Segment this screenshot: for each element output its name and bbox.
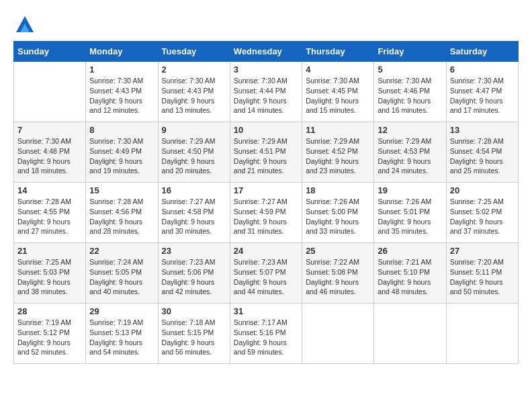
calendar-cell: 12Sunrise: 7:29 AM Sunset: 4:53 PM Dayli… xyxy=(374,122,446,183)
day-info: Sunrise: 7:27 AM Sunset: 4:58 PM Dayligh… xyxy=(162,197,226,236)
calendar-table: SundayMondayTuesdayWednesdayThursdayFrid… xyxy=(13,41,519,364)
calendar-cell: 9Sunrise: 7:29 AM Sunset: 4:50 PM Daylig… xyxy=(158,122,230,183)
day-number: 30 xyxy=(162,306,226,316)
day-info: Sunrise: 7:25 AM Sunset: 5:03 PM Dayligh… xyxy=(17,257,82,297)
calendar-cell xyxy=(374,304,446,364)
calendar-cell: 29Sunrise: 7:19 AM Sunset: 5:13 PM Dayli… xyxy=(86,304,158,364)
day-number: 18 xyxy=(306,185,370,195)
day-number: 5 xyxy=(378,64,442,75)
week-row-1: 1Sunrise: 7:30 AM Sunset: 4:43 PM Daylig… xyxy=(14,62,519,122)
calendar-cell: 18Sunrise: 7:26 AM Sunset: 5:00 PM Dayli… xyxy=(302,183,374,243)
calendar-cell: 26Sunrise: 7:21 AM Sunset: 5:10 PM Dayli… xyxy=(374,243,446,304)
calendar-cell: 25Sunrise: 7:22 AM Sunset: 5:08 PM Dayli… xyxy=(302,243,374,304)
calendar-cell: 20Sunrise: 7:25 AM Sunset: 5:02 PM Dayli… xyxy=(446,183,518,243)
day-number: 23 xyxy=(162,246,226,256)
day-info: Sunrise: 7:28 AM Sunset: 4:55 PM Dayligh… xyxy=(17,197,82,236)
day-number: 6 xyxy=(450,64,515,75)
calendar-cell: 28Sunrise: 7:19 AM Sunset: 5:12 PM Dayli… xyxy=(14,304,86,364)
calendar-cell: 14Sunrise: 7:28 AM Sunset: 4:55 PM Dayli… xyxy=(14,183,86,243)
day-info: Sunrise: 7:28 AM Sunset: 4:56 PM Dayligh… xyxy=(89,197,154,236)
day-info: Sunrise: 7:30 AM Sunset: 4:46 PM Dayligh… xyxy=(378,76,442,116)
day-info: Sunrise: 7:19 AM Sunset: 5:13 PM Dayligh… xyxy=(89,318,154,357)
day-info: Sunrise: 7:17 AM Sunset: 5:16 PM Dayligh… xyxy=(234,318,298,357)
page-header xyxy=(13,13,519,34)
day-number: 17 xyxy=(234,185,298,195)
day-info: Sunrise: 7:27 AM Sunset: 4:59 PM Dayligh… xyxy=(234,197,298,236)
day-info: Sunrise: 7:23 AM Sunset: 5:07 PM Dayligh… xyxy=(234,257,298,297)
day-info: Sunrise: 7:20 AM Sunset: 5:11 PM Dayligh… xyxy=(450,257,515,297)
day-info: Sunrise: 7:26 AM Sunset: 5:00 PM Dayligh… xyxy=(306,197,370,236)
week-row-2: 7Sunrise: 7:30 AM Sunset: 4:48 PM Daylig… xyxy=(14,122,519,183)
calendar-header-row: SundayMondayTuesdayWednesdayThursdayFrid… xyxy=(14,42,519,62)
day-info: Sunrise: 7:30 AM Sunset: 4:44 PM Dayligh… xyxy=(234,76,298,116)
day-number: 19 xyxy=(378,185,442,195)
calendar-cell: 6Sunrise: 7:30 AM Sunset: 4:47 PM Daylig… xyxy=(446,62,518,122)
day-info: Sunrise: 7:30 AM Sunset: 4:49 PM Dayligh… xyxy=(89,136,154,176)
day-info: Sunrise: 7:29 AM Sunset: 4:50 PM Dayligh… xyxy=(162,136,226,176)
day-info: Sunrise: 7:30 AM Sunset: 4:43 PM Dayligh… xyxy=(162,76,226,116)
col-header-tuesday: Tuesday xyxy=(158,42,230,62)
day-number: 24 xyxy=(234,246,298,256)
col-header-wednesday: Wednesday xyxy=(230,42,302,62)
calendar-cell: 3Sunrise: 7:30 AM Sunset: 4:44 PM Daylig… xyxy=(230,62,302,122)
day-number: 7 xyxy=(17,125,82,135)
calendar-cell: 15Sunrise: 7:28 AM Sunset: 4:56 PM Dayli… xyxy=(86,183,158,243)
day-info: Sunrise: 7:23 AM Sunset: 5:06 PM Dayligh… xyxy=(162,257,226,297)
day-info: Sunrise: 7:30 AM Sunset: 4:43 PM Dayligh… xyxy=(89,76,154,116)
day-number: 16 xyxy=(162,185,226,195)
day-info: Sunrise: 7:19 AM Sunset: 5:12 PM Dayligh… xyxy=(17,318,82,357)
day-number: 8 xyxy=(89,125,154,135)
day-info: Sunrise: 7:29 AM Sunset: 4:52 PM Dayligh… xyxy=(306,136,370,176)
calendar-cell: 17Sunrise: 7:27 AM Sunset: 4:59 PM Dayli… xyxy=(230,183,302,243)
day-info: Sunrise: 7:29 AM Sunset: 4:53 PM Dayligh… xyxy=(378,136,442,176)
day-info: Sunrise: 7:18 AM Sunset: 5:15 PM Dayligh… xyxy=(162,318,226,357)
day-number: 22 xyxy=(89,246,154,256)
day-number: 15 xyxy=(89,185,154,195)
day-number: 9 xyxy=(162,125,226,135)
day-info: Sunrise: 7:30 AM Sunset: 4:45 PM Dayligh… xyxy=(306,76,370,116)
day-info: Sunrise: 7:30 AM Sunset: 4:47 PM Dayligh… xyxy=(450,76,515,116)
logo xyxy=(13,13,35,34)
day-number: 10 xyxy=(234,125,298,135)
calendar-cell xyxy=(302,304,374,364)
calendar-cell: 24Sunrise: 7:23 AM Sunset: 5:07 PM Dayli… xyxy=(230,243,302,304)
day-number: 2 xyxy=(162,64,226,75)
calendar-cell: 1Sunrise: 7:30 AM Sunset: 4:43 PM Daylig… xyxy=(86,62,158,122)
col-header-friday: Friday xyxy=(374,42,446,62)
day-info: Sunrise: 7:26 AM Sunset: 5:01 PM Dayligh… xyxy=(378,197,442,236)
day-info: Sunrise: 7:22 AM Sunset: 5:08 PM Dayligh… xyxy=(306,257,370,297)
day-number: 26 xyxy=(378,246,442,256)
calendar-cell: 27Sunrise: 7:20 AM Sunset: 5:11 PM Dayli… xyxy=(446,243,518,304)
calendar-cell: 19Sunrise: 7:26 AM Sunset: 5:01 PM Dayli… xyxy=(374,183,446,243)
day-number: 21 xyxy=(17,246,82,256)
day-number: 3 xyxy=(234,64,298,75)
calendar-cell: 21Sunrise: 7:25 AM Sunset: 5:03 PM Dayli… xyxy=(14,243,86,304)
col-header-saturday: Saturday xyxy=(446,42,518,62)
week-row-4: 21Sunrise: 7:25 AM Sunset: 5:03 PM Dayli… xyxy=(14,243,519,304)
day-info: Sunrise: 7:28 AM Sunset: 4:54 PM Dayligh… xyxy=(450,136,515,176)
day-info: Sunrise: 7:29 AM Sunset: 4:51 PM Dayligh… xyxy=(234,136,298,176)
day-info: Sunrise: 7:30 AM Sunset: 4:48 PM Dayligh… xyxy=(17,136,82,176)
calendar-cell: 4Sunrise: 7:30 AM Sunset: 4:45 PM Daylig… xyxy=(302,62,374,122)
week-row-5: 28Sunrise: 7:19 AM Sunset: 5:12 PM Dayli… xyxy=(14,304,519,364)
calendar-cell: 22Sunrise: 7:24 AM Sunset: 5:05 PM Dayli… xyxy=(86,243,158,304)
calendar-cell: 8Sunrise: 7:30 AM Sunset: 4:49 PM Daylig… xyxy=(86,122,158,183)
col-header-monday: Monday xyxy=(86,42,158,62)
day-info: Sunrise: 7:25 AM Sunset: 5:02 PM Dayligh… xyxy=(450,197,515,236)
day-info: Sunrise: 7:24 AM Sunset: 5:05 PM Dayligh… xyxy=(89,257,154,297)
calendar-cell: 5Sunrise: 7:30 AM Sunset: 4:46 PM Daylig… xyxy=(374,62,446,122)
day-number: 25 xyxy=(306,246,370,256)
day-number: 11 xyxy=(306,125,370,135)
col-header-sunday: Sunday xyxy=(14,42,86,62)
day-number: 20 xyxy=(450,185,515,195)
calendar-cell: 2Sunrise: 7:30 AM Sunset: 4:43 PM Daylig… xyxy=(158,62,230,122)
day-number: 31 xyxy=(234,306,298,316)
calendar-cell: 23Sunrise: 7:23 AM Sunset: 5:06 PM Dayli… xyxy=(158,243,230,304)
day-number: 29 xyxy=(89,306,154,316)
calendar-cell: 31Sunrise: 7:17 AM Sunset: 5:16 PM Dayli… xyxy=(230,304,302,364)
day-number: 1 xyxy=(89,64,154,75)
day-info: Sunrise: 7:21 AM Sunset: 5:10 PM Dayligh… xyxy=(378,257,442,297)
calendar-cell: 16Sunrise: 7:27 AM Sunset: 4:58 PM Dayli… xyxy=(158,183,230,243)
col-header-thursday: Thursday xyxy=(302,42,374,62)
calendar-cell xyxy=(446,304,518,364)
